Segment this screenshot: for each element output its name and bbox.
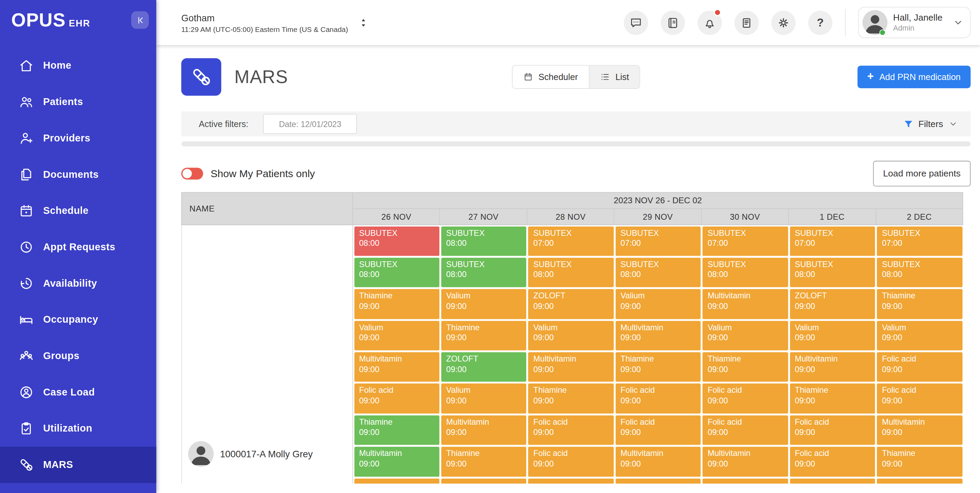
medication-block[interactable]: Folic acid09:00: [528, 447, 614, 477]
medication-block[interactable]: Thiamine09:00: [441, 447, 527, 477]
medication-block[interactable]: SUBUTEX08:00: [790, 258, 875, 287]
medication-block[interactable]: Folic acid09:00: [877, 352, 963, 382]
sidebar-item-providers[interactable]: Providers: [0, 120, 156, 156]
sidebar-item-availability[interactable]: Availability: [0, 265, 156, 302]
medication-block[interactable]: Thiamine09:00: [354, 289, 439, 319]
medication-block[interactable]: Multivitamin09:00: [616, 321, 701, 350]
medication-block[interactable]: SUBUTEX07:00: [877, 226, 963, 256]
user-meta: Hall, Janelle Admin: [893, 12, 943, 32]
horizontal-scrollbar-track[interactable]: [181, 142, 970, 147]
medication-block[interactable]: SUBUTEX08:00: [354, 258, 439, 287]
medication-block[interactable]: SUBUTEX07:00: [528, 226, 614, 256]
medication-block[interactable]: Valium09:00: [441, 384, 527, 413]
bell-button[interactable]: [698, 10, 722, 35]
chat-button[interactable]: [624, 10, 648, 35]
medication-block[interactable]: [441, 478, 527, 483]
add-prn-medication-button[interactable]: + Add PRN medication: [857, 65, 971, 88]
filters-button[interactable]: Filters: [903, 118, 958, 129]
sidebar-item-case-load[interactable]: Case Load: [0, 374, 156, 411]
medication-block[interactable]: [877, 478, 963, 483]
medication-block[interactable]: SUBUTEX07:00: [790, 226, 875, 256]
app-root: OPUS EHR HomePatientsProvidersDocumentsS…: [0, 0, 980, 493]
medication-block[interactable]: SUBUTEX08:00: [877, 258, 963, 287]
medication-block[interactable]: Thiamine09:00: [877, 447, 963, 477]
medication-block[interactable]: [354, 478, 439, 483]
medication-block[interactable]: Valium09:00: [441, 289, 527, 319]
medication-block[interactable]: Folic acid09:00: [616, 384, 701, 413]
medication-block[interactable]: Folic acid09:00: [703, 384, 788, 413]
sidebar-item-home[interactable]: Home: [0, 47, 156, 84]
location-switch-button[interactable]: [358, 17, 369, 28]
sidebar-item-mars[interactable]: MARS: [0, 447, 156, 483]
sidebar-item-groups[interactable]: Groups: [0, 338, 156, 374]
medication-name: Folic acid: [795, 417, 870, 428]
medication-block[interactable]: ZOLOFT09:00: [528, 289, 614, 319]
medication-block[interactable]: [790, 478, 875, 483]
medication-block[interactable]: Folic acid09:00: [528, 415, 614, 445]
medication-block[interactable]: Multivitamin09:00: [616, 447, 701, 477]
contacts-icon: [667, 16, 679, 29]
medication-block[interactable]: Folic acid09:00: [790, 447, 875, 477]
medication-block[interactable]: [703, 478, 788, 483]
medication-block[interactable]: Folic acid09:00: [616, 415, 701, 445]
medication-time: 08:00: [446, 270, 521, 280]
medication-block[interactable]: Valium09:00: [703, 321, 788, 350]
contacts-button[interactable]: [660, 10, 685, 35]
medication-block[interactable]: Thiamine09:00: [528, 384, 614, 413]
medication-block[interactable]: Thiamine09:00: [877, 289, 963, 319]
medication-block[interactable]: SUBUTEX08:00: [528, 258, 614, 287]
medication-block[interactable]: Multivitamin09:00: [877, 415, 963, 445]
view-list-button[interactable]: List: [589, 65, 640, 88]
sidebar-item-documents[interactable]: Documents: [0, 156, 156, 193]
help-button[interactable]: ?: [808, 10, 832, 35]
medication-block[interactable]: Thiamine09:00: [441, 321, 527, 350]
view-scheduler-button[interactable]: Scheduler: [512, 65, 589, 88]
medication-block[interactable]: SUBUTEX08:00: [441, 258, 527, 287]
user-menu[interactable]: Hall, Janelle Admin: [858, 7, 971, 38]
medication-block[interactable]: Folic acid09:00: [877, 384, 963, 413]
sidebar-collapse-button[interactable]: [131, 11, 149, 29]
sidebar-item-patients[interactable]: Patients: [0, 84, 156, 120]
medication-block[interactable]: [528, 478, 614, 483]
medication-block[interactable]: Valium09:00: [616, 289, 701, 319]
medication-block[interactable]: [616, 478, 701, 483]
medication-block[interactable]: SUBUTEX08:00: [703, 258, 788, 287]
medication-block[interactable]: Valium09:00: [354, 321, 439, 350]
medication-block[interactable]: SUBUTEX07:00: [703, 226, 788, 256]
medication-block[interactable]: Thiamine09:00: [354, 415, 439, 445]
medication-block[interactable]: SUBUTEX07:00: [616, 226, 701, 256]
medication-block[interactable]: Thiamine09:00: [790, 384, 875, 413]
medication-block[interactable]: SUBUTEX08:00: [441, 226, 527, 256]
medication-block[interactable]: Valium09:00: [790, 321, 875, 350]
patient-row[interactable]: 1000017-A Molly Grey: [188, 441, 313, 467]
sidebar-item-utilization[interactable]: Utilization: [0, 410, 156, 447]
medication-block[interactable]: Multivitamin09:00: [441, 415, 527, 445]
sidebar-item-appt-requests[interactable]: Appt Requests: [0, 229, 156, 265]
medication-block[interactable]: Folic acid09:00: [354, 384, 439, 413]
medication-block[interactable]: SUBUTEX08:00: [354, 226, 439, 256]
load-more-patients-button[interactable]: Load more patients: [873, 160, 970, 186]
date-filter-chip[interactable]: Date: 12/01/2023: [263, 114, 357, 134]
medication-block[interactable]: Thiamine09:00: [616, 352, 701, 382]
medication-block[interactable]: ZOLOFT09:00: [790, 289, 875, 319]
medication-block[interactable]: Multivitamin09:00: [703, 289, 788, 319]
notes-button[interactable]: [734, 10, 759, 35]
medication-block[interactable]: Multivitamin09:00: [703, 447, 788, 477]
medication-time: 09:00: [708, 302, 783, 311]
sidebar-item-occupancy[interactable]: Occupancy: [0, 302, 156, 338]
medication-block[interactable]: ZOLOFT09:00: [441, 352, 527, 382]
medication-block[interactable]: Multivitamin09:00: [354, 352, 439, 382]
gear-button[interactable]: [772, 10, 796, 35]
medication-block[interactable]: Thiamine09:00: [703, 352, 788, 382]
medication-block[interactable]: Folic acid09:00: [703, 415, 788, 445]
medication-block[interactable]: Valium09:00: [877, 321, 963, 350]
medication-block[interactable]: Folic acid09:00: [790, 415, 875, 445]
medication-block[interactable]: Multivitamin09:00: [528, 352, 614, 382]
sidebar-item-schedule[interactable]: Schedule: [0, 193, 156, 229]
medication-block[interactable]: SUBUTEX08:00: [616, 258, 701, 287]
medication-block[interactable]: Multivitamin09:00: [354, 447, 439, 477]
medication-block[interactable]: Valium09:00: [528, 321, 614, 350]
medication-time: 09:00: [359, 333, 434, 343]
medication-block[interactable]: Multivitamin09:00: [790, 352, 875, 382]
show-my-patients-toggle[interactable]: [181, 167, 203, 179]
